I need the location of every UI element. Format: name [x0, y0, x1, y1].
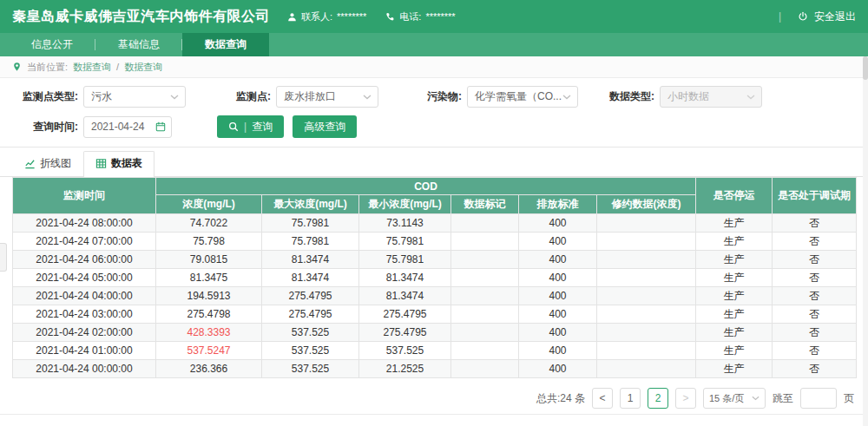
cell-revised: [597, 305, 696, 324]
breadcrumb-prefix: 当前位置:: [27, 61, 68, 74]
logout-button[interactable]: | 安全退出: [779, 10, 856, 24]
phone-value: ********: [425, 11, 455, 22]
chevron-down-icon: [752, 396, 760, 401]
cell-concentration: 428.3393: [156, 324, 262, 342]
cell-max: 81.3474: [262, 251, 359, 269]
col-header-revised: 修约数据(浓度): [597, 195, 696, 214]
side-panel-toggle[interactable]: [0, 243, 7, 272]
search-button[interactable]: | 查询: [217, 115, 284, 138]
next-page-button[interactable]: >: [675, 388, 696, 409]
breadcrumb: 当前位置: 数据查询 / 数据查询: [0, 56, 868, 78]
cell-time: 2021-04-24 07:00:00: [13, 233, 156, 251]
cell-min: 75.7981: [359, 251, 451, 269]
cell-revised: [597, 360, 696, 378]
table-row: 2021-04-24 06:00:0079.081581.347475.7981…: [13, 251, 857, 269]
page-button-1[interactable]: 1: [620, 388, 641, 409]
cell-mark: [451, 269, 519, 287]
col-header-cod-group: COD: [156, 178, 696, 195]
data-type-select[interactable]: 小时数据: [660, 86, 762, 108]
cell-time: 2021-04-24 00:00:00: [13, 360, 156, 378]
cell-time: 2021-04-24 01:00:00: [13, 342, 156, 360]
point-type-select[interactable]: 污水: [83, 86, 186, 108]
advanced-search-label: 高级查询: [304, 120, 345, 134]
table-row: 2021-04-24 04:00:00194.5913275.479581.34…: [13, 287, 857, 305]
cell-revised: [597, 214, 696, 233]
cell-commissioning: 否: [773, 251, 857, 269]
filter-group-point-type: 监测点类型: 污水: [16, 86, 186, 108]
table-row: 2021-04-24 08:00:0074.702275.798173.1143…: [13, 214, 857, 233]
cell-time: 2021-04-24 06:00:00: [13, 251, 156, 269]
table-row: 2021-04-24 07:00:0075.79875.798175.79814…: [13, 233, 857, 251]
cell-time: 2021-04-24 02:00:00: [13, 324, 156, 342]
data-type-label: 数据类型:: [609, 89, 654, 104]
page-button-2[interactable]: 2: [648, 388, 668, 409]
cell-max: 537.525: [262, 342, 359, 360]
cell-max: 275.4795: [262, 287, 359, 305]
cell-concentration: 275.4798: [156, 305, 262, 324]
cell-standard: 400: [519, 287, 597, 305]
cell-standard: 400: [519, 305, 597, 324]
cell-revised: [597, 324, 696, 342]
cell-min: 21.2525: [359, 360, 451, 378]
page-jump-input[interactable]: [800, 388, 837, 409]
cell-standard: 400: [519, 251, 597, 269]
cell-shutdown: 生产: [696, 269, 773, 287]
vertical-scrollbar[interactable]: [863, 56, 868, 426]
bottom-divider: [0, 414, 868, 415]
data-table-container: 监测时间 COD 是否停运 是否处于调试期 浓度(mg/L) 最大浓度(mg/L…: [0, 177, 868, 378]
cell-commissioning: 否: [773, 269, 857, 287]
cell-max: 537.525: [262, 360, 359, 378]
search-icon: [228, 121, 239, 132]
query-date-value: 2021-04-24: [91, 121, 144, 133]
nav-tab-info-disclosure[interactable]: 信息公开: [9, 33, 95, 56]
prev-page-button[interactable]: <: [592, 388, 613, 409]
cell-revised: [597, 269, 696, 287]
cell-time: 2021-04-24 05:00:00: [13, 269, 156, 287]
cell-shutdown: 生产: [696, 287, 773, 305]
cell-commissioning: 否: [773, 305, 857, 324]
cell-mark: [451, 305, 519, 324]
tab-data-table[interactable]: 数据表: [83, 151, 155, 177]
search-button-divider: |: [244, 121, 247, 133]
cell-mark: [451, 360, 519, 378]
tab-data-table-label: 数据表: [111, 156, 142, 171]
cell-min: 75.7981: [359, 233, 451, 251]
point-type-label: 监测点类型:: [16, 89, 78, 104]
query-date-input[interactable]: 2021-04-24: [83, 116, 172, 138]
cell-concentration: 236.366: [156, 360, 262, 378]
scrollbar-thumb[interactable]: [863, 56, 868, 80]
table-row: 2021-04-24 01:00:00537.5247537.525537.52…: [13, 342, 857, 360]
col-header-time: 监测时间: [13, 178, 156, 214]
cell-shutdown: 生产: [696, 342, 773, 360]
cell-shutdown: 生产: [696, 324, 773, 342]
cell-min: 81.3474: [359, 269, 451, 287]
breadcrumb-item-data-query[interactable]: 数据查询: [73, 61, 111, 74]
point-select[interactable]: 废水排放口: [276, 86, 378, 108]
table-row: 2021-04-24 00:00:00236.366537.52521.2525…: [13, 360, 857, 378]
point-type-value: 污水: [91, 89, 112, 104]
col-header-shutdown: 是否停运: [696, 178, 773, 214]
cell-concentration: 537.5247: [156, 342, 262, 360]
cell-min: 275.4795: [359, 305, 451, 324]
cell-mark: [451, 342, 519, 360]
cell-shutdown: 生产: [696, 305, 773, 324]
nav-tab-basic-info[interactable]: 基础信息: [95, 33, 182, 56]
col-header-mark: 数据标记: [451, 195, 519, 214]
jump-page-suffix: 页: [844, 391, 854, 406]
nav-tab-data-query[interactable]: 数据查询: [182, 33, 269, 56]
phone-info: 电话: ********: [385, 10, 455, 23]
advanced-search-button[interactable]: 高级查询: [293, 115, 357, 138]
tab-line-chart[interactable]: 折线图: [12, 151, 83, 176]
pollutant-select[interactable]: 化学需氧量（CO...: [467, 86, 578, 108]
data-table: 监测时间 COD 是否停运 是否处于调试期 浓度(mg/L) 最大浓度(mg/L…: [12, 177, 857, 378]
page-size-select[interactable]: 15 条/页: [703, 388, 766, 409]
cell-commissioning: 否: [773, 342, 857, 360]
filter-group-date: 查询时间: 2021-04-24: [16, 116, 172, 138]
col-header-commissioning: 是否处于调试期: [773, 178, 857, 214]
filter-row-1: 监测点类型: 污水 监测点: 废水排放口 污染物: 化学需氧量（CO... 数据…: [16, 86, 852, 108]
cell-shutdown: 生产: [696, 214, 773, 233]
contact-info: 联系人: ********: [287, 10, 366, 23]
filter-row-2: 查询时间: 2021-04-24 | 查询 高级查询: [16, 115, 852, 138]
cell-max: 537.525: [262, 324, 359, 342]
pollutant-value: 化学需氧量（CO...: [475, 89, 562, 104]
